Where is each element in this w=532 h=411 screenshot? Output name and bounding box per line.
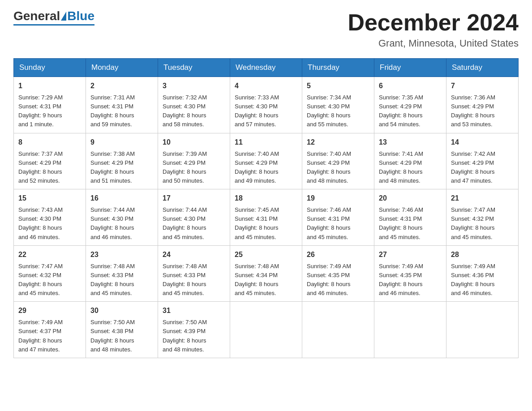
day-number: 27	[379, 249, 442, 260]
calendar-cell: 26 Sunrise: 7:49 AMSunset: 4:35 PMDaylig…	[302, 245, 374, 302]
logo-underline	[13, 24, 94, 26]
day-number: 20	[379, 193, 442, 204]
day-number: 15	[18, 193, 81, 204]
day-info: Sunrise: 7:40 AMSunset: 4:29 PMDaylight:…	[235, 150, 279, 184]
day-info: Sunrise: 7:35 AMSunset: 4:29 PMDaylight:…	[379, 94, 423, 128]
day-number: 8	[18, 137, 81, 148]
calendar-cell: 5 Sunrise: 7:34 AMSunset: 4:30 PMDayligh…	[302, 77, 374, 133]
day-info: Sunrise: 7:44 AMSunset: 4:30 PMDaylight:…	[163, 206, 207, 240]
calendar-cell: 24 Sunrise: 7:48 AMSunset: 4:33 PMDaylig…	[158, 245, 230, 302]
calendar-cell: 13 Sunrise: 7:41 AMSunset: 4:29 PMDaylig…	[374, 133, 446, 189]
day-info: Sunrise: 7:49 AMSunset: 4:36 PMDaylight:…	[451, 263, 495, 296]
day-info: Sunrise: 7:43 AMSunset: 4:30 PMDaylight:…	[18, 206, 63, 240]
week-row-2: 8 Sunrise: 7:37 AMSunset: 4:29 PMDayligh…	[14, 133, 519, 189]
day-info: Sunrise: 7:29 AMSunset: 4:31 PMDaylight:…	[18, 94, 63, 128]
day-info: Sunrise: 7:47 AMSunset: 4:32 PMDaylight:…	[18, 263, 63, 296]
logo: General Blue	[13, 9, 94, 26]
calendar-cell: 30 Sunrise: 7:50 AMSunset: 4:38 PMDaylig…	[86, 302, 158, 358]
day-number: 17	[163, 193, 225, 204]
day-number: 6	[379, 81, 442, 91]
week-row-5: 29 Sunrise: 7:49 AMSunset: 4:37 PMDaylig…	[14, 302, 519, 358]
calendar-cell	[374, 302, 446, 358]
day-number: 26	[307, 249, 369, 260]
day-info: Sunrise: 7:40 AMSunset: 4:29 PMDaylight:…	[307, 150, 351, 184]
day-number: 29	[18, 305, 81, 316]
day-number: 13	[379, 137, 442, 148]
day-info: Sunrise: 7:38 AMSunset: 4:29 PMDaylight:…	[90, 150, 135, 184]
day-info: Sunrise: 7:37 AMSunset: 4:29 PMDaylight:…	[18, 150, 63, 184]
day-number: 5	[307, 81, 369, 91]
calendar-cell: 10 Sunrise: 7:39 AMSunset: 4:29 PMDaylig…	[158, 133, 230, 189]
calendar-cell: 4 Sunrise: 7:33 AMSunset: 4:30 PMDayligh…	[230, 77, 302, 133]
day-number: 24	[163, 249, 225, 260]
page-header: General Blue December 2024 Grant, Minnes…	[13, 9, 519, 49]
header-thursday: Thursday	[302, 59, 374, 77]
header-monday: Monday	[86, 59, 158, 77]
day-number: 4	[235, 81, 297, 91]
week-row-3: 15 Sunrise: 7:43 AMSunset: 4:30 PMDaylig…	[14, 189, 519, 246]
calendar-cell: 7 Sunrise: 7:36 AMSunset: 4:29 PMDayligh…	[446, 77, 519, 133]
day-info: Sunrise: 7:36 AMSunset: 4:29 PMDaylight:…	[451, 94, 495, 128]
day-info: Sunrise: 7:48 AMSunset: 4:33 PMDaylight:…	[163, 263, 207, 296]
calendar-cell	[230, 302, 302, 358]
calendar-cell: 12 Sunrise: 7:40 AMSunset: 4:29 PMDaylig…	[302, 133, 374, 189]
header-tuesday: Tuesday	[158, 59, 230, 77]
calendar-cell: 20 Sunrise: 7:46 AMSunset: 4:31 PMDaylig…	[374, 189, 446, 246]
calendar-cell: 18 Sunrise: 7:45 AMSunset: 4:31 PMDaylig…	[230, 189, 302, 246]
day-number: 2	[90, 81, 153, 91]
day-info: Sunrise: 7:48 AMSunset: 4:34 PMDaylight:…	[235, 263, 279, 296]
calendar-cell: 27 Sunrise: 7:49 AMSunset: 4:35 PMDaylig…	[374, 245, 446, 302]
day-info: Sunrise: 7:49 AMSunset: 4:35 PMDaylight:…	[307, 263, 351, 296]
day-info: Sunrise: 7:42 AMSunset: 4:29 PMDaylight:…	[451, 150, 495, 184]
day-info: Sunrise: 7:50 AMSunset: 4:38 PMDaylight:…	[90, 319, 135, 352]
calendar-cell: 8 Sunrise: 7:37 AMSunset: 4:29 PMDayligh…	[14, 133, 86, 189]
day-number: 18	[235, 193, 297, 204]
calendar-cell: 23 Sunrise: 7:48 AMSunset: 4:33 PMDaylig…	[86, 245, 158, 302]
day-info: Sunrise: 7:33 AMSunset: 4:30 PMDaylight:…	[235, 94, 279, 128]
calendar-table: SundayMondayTuesdayWednesdayThursdayFrid…	[13, 58, 519, 358]
day-number: 10	[163, 137, 225, 148]
header-wednesday: Wednesday	[230, 59, 302, 77]
day-number: 30	[90, 305, 153, 316]
header-row: SundayMondayTuesdayWednesdayThursdayFrid…	[14, 59, 519, 77]
day-number: 1	[18, 81, 81, 91]
calendar-cell: 31 Sunrise: 7:50 AMSunset: 4:39 PMDaylig…	[158, 302, 230, 358]
day-info: Sunrise: 7:45 AMSunset: 4:31 PMDaylight:…	[235, 206, 279, 240]
day-info: Sunrise: 7:49 AMSunset: 4:35 PMDaylight:…	[379, 263, 423, 296]
day-number: 19	[307, 193, 369, 204]
day-number: 22	[18, 249, 81, 260]
day-number: 23	[90, 249, 153, 260]
calendar-cell: 15 Sunrise: 7:43 AMSunset: 4:30 PMDaylig…	[14, 189, 86, 246]
day-number: 12	[307, 137, 369, 148]
logo-triangle-icon	[61, 12, 66, 21]
calendar-cell: 14 Sunrise: 7:42 AMSunset: 4:29 PMDaylig…	[446, 133, 519, 189]
calendar-cell: 9 Sunrise: 7:38 AMSunset: 4:29 PMDayligh…	[86, 133, 158, 189]
calendar-cell: 25 Sunrise: 7:48 AMSunset: 4:34 PMDaylig…	[230, 245, 302, 302]
calendar-cell: 16 Sunrise: 7:44 AMSunset: 4:30 PMDaylig…	[86, 189, 158, 246]
calendar-cell: 21 Sunrise: 7:47 AMSunset: 4:32 PMDaylig…	[446, 189, 519, 246]
day-info: Sunrise: 7:34 AMSunset: 4:30 PMDaylight:…	[307, 94, 351, 128]
calendar-cell: 1 Sunrise: 7:29 AMSunset: 4:31 PMDayligh…	[14, 77, 86, 133]
day-number: 7	[451, 81, 514, 91]
day-number: 3	[163, 81, 225, 91]
day-info: Sunrise: 7:44 AMSunset: 4:30 PMDaylight:…	[90, 206, 135, 240]
calendar-cell	[302, 302, 374, 358]
location-title: Grant, Minnesota, United States	[348, 38, 519, 49]
day-info: Sunrise: 7:49 AMSunset: 4:37 PMDaylight:…	[18, 319, 63, 352]
header-saturday: Saturday	[446, 59, 519, 77]
header-sunday: Sunday	[14, 59, 86, 77]
day-number: 16	[90, 193, 153, 204]
calendar-cell: 2 Sunrise: 7:31 AMSunset: 4:31 PMDayligh…	[86, 77, 158, 133]
day-number: 21	[451, 193, 514, 204]
day-number: 25	[235, 249, 297, 260]
day-number: 31	[163, 305, 225, 316]
day-number: 9	[90, 137, 153, 148]
calendar-cell: 3 Sunrise: 7:32 AMSunset: 4:30 PMDayligh…	[158, 77, 230, 133]
day-info: Sunrise: 7:46 AMSunset: 4:31 PMDaylight:…	[307, 206, 351, 240]
title-area: December 2024 Grant, Minnesota, United S…	[348, 9, 519, 49]
day-info: Sunrise: 7:50 AMSunset: 4:39 PMDaylight:…	[163, 319, 207, 352]
day-number: 11	[235, 137, 297, 148]
header-friday: Friday	[374, 59, 446, 77]
calendar-cell: 11 Sunrise: 7:40 AMSunset: 4:29 PMDaylig…	[230, 133, 302, 189]
calendar-cell: 19 Sunrise: 7:46 AMSunset: 4:31 PMDaylig…	[302, 189, 374, 246]
